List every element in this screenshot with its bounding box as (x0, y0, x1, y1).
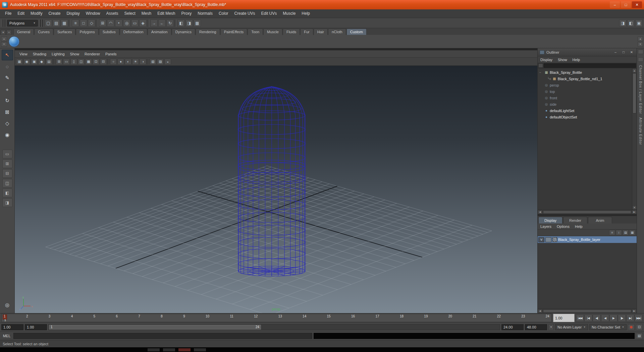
shelf-tab[interactable]: Dynamics (172, 29, 195, 35)
scroll-right-icon[interactable]: ▶ (632, 210, 637, 214)
taskbar-item[interactable] (148, 348, 160, 351)
shelf-tab[interactable]: Deformation (120, 29, 147, 35)
bookmark-view-icon[interactable]: ◆ (38, 59, 45, 65)
shelf-item-custom-script[interactable] (9, 36, 19, 47)
grid-display-icon[interactable]: ⊞ (56, 59, 62, 65)
anim-layer-dropdown[interactable]: No Anim Layer ▼ (555, 324, 588, 330)
new-scene-icon[interactable]: ▢ (45, 19, 52, 27)
step-forward-frame-button[interactable]: ▶| (626, 314, 634, 322)
status-line-drag-handle[interactable] (40, 19, 43, 27)
shelf-tab[interactable]: PaintEffects (220, 29, 248, 35)
menu-item[interactable]: Help (299, 9, 313, 18)
wireframe-display-icon[interactable]: ○ (110, 59, 117, 65)
tab-channel-box-layer-editor[interactable]: Channel Box / Layer Editor (639, 65, 642, 114)
menu-item[interactable]: Mesh (139, 9, 154, 18)
soft-modification-tool[interactable]: ◉ (2, 130, 13, 140)
scrollbar-thumb[interactable] (633, 73, 636, 113)
menu-item[interactable]: Create UVs (231, 9, 258, 18)
viewport-menu-item[interactable]: Panels (103, 52, 119, 56)
viewport-menu-item[interactable]: Renderer (82, 52, 103, 56)
universal-manipulator-tool[interactable]: ◇ (2, 118, 13, 129)
layout-two-pane-stacked-button[interactable]: ⊟ (2, 169, 12, 178)
layer-display-type-toggle[interactable] (545, 237, 551, 242)
outliner-filter-input[interactable] (544, 63, 636, 68)
go-to-end-button[interactable]: ▶▶| (635, 314, 643, 322)
menu-item[interactable]: Select (121, 9, 138, 18)
select-tool[interactable]: ↖ (2, 50, 13, 60)
xray-display-icon[interactable]: ▨ (157, 59, 164, 65)
outliner-minimize-button[interactable]: – (612, 50, 619, 54)
menu-item[interactable]: Modify (28, 9, 45, 18)
menu-item[interactable]: File (2, 9, 14, 18)
isolate-select-icon[interactable]: ▧ (150, 59, 156, 65)
move-tool[interactable]: + (2, 84, 13, 95)
outliner-menu-item[interactable]: Help (570, 58, 583, 62)
time-slider-track[interactable]: 123456789101112131415161718192021222324 … (1, 314, 552, 322)
command-line-mode-label[interactable]: MEL (1, 334, 12, 338)
layer-editor-menu-item[interactable]: Help (572, 224, 585, 229)
status-icon[interactable] (69, 19, 71, 27)
snap-to-points-icon[interactable]: • (115, 19, 122, 27)
input-connections-icon[interactable]: → (150, 19, 158, 27)
toggle-attribute-editor-icon[interactable]: ◨ (619, 19, 627, 27)
shelf-tab[interactable]: Fluids (283, 29, 300, 35)
textured-display-icon[interactable]: ◐ (125, 59, 131, 65)
gate-mask-icon[interactable]: ◫ (78, 59, 85, 65)
outliner-titlebar[interactable]: Outliner – □ ✕ (538, 48, 637, 56)
resolution-gate-icon[interactable]: ▯ (70, 59, 77, 65)
scroll-down-icon[interactable]: ▼ (632, 205, 637, 210)
menu-item[interactable]: Assets (103, 9, 121, 18)
menu-item[interactable]: Muscle (280, 9, 299, 18)
viewport-3d[interactable]: x y z persp (15, 66, 537, 313)
layer-editor-tab[interactable]: Anim (588, 217, 612, 223)
outliner-item[interactable]: ● defaultLightSet (538, 107, 632, 114)
toolbox-extra-icon[interactable]: ◎ (2, 300, 13, 310)
toggle-tool-settings-icon[interactable]: ◧ (627, 19, 635, 27)
shelf-tab[interactable]: nCloth (328, 29, 346, 35)
raise-channel-box-icon[interactable] (638, 50, 643, 54)
taskbar-item[interactable] (163, 348, 175, 351)
image-plane-icon[interactable]: ▤ (46, 59, 52, 65)
outliner-item[interactable]: ◎ top (538, 88, 632, 95)
shelf-tab[interactable]: Animation (148, 29, 171, 35)
shelf-tab[interactable]: Surfaces (54, 29, 75, 35)
outliner-menu-item[interactable]: Display (538, 58, 555, 62)
shelf-tab[interactable]: Polygons (76, 29, 98, 35)
render-settings-icon[interactable]: ▩ (194, 19, 201, 27)
layout-two-pane-side-button[interactable]: ◫ (2, 179, 12, 188)
layer-visibility-toggle[interactable]: V (538, 237, 544, 242)
layout-persp-outliner-button[interactable]: ◧ (2, 189, 12, 197)
menu-item[interactable]: Normals (195, 9, 216, 18)
viewport-icon[interactable] (53, 59, 55, 65)
lock-camera-icon[interactable]: ◉ (23, 59, 30, 65)
create-empty-layer-icon[interactable]: ▤ (623, 230, 629, 235)
range-slider-track[interactable]: 1 24 (48, 324, 500, 330)
menu-item[interactable]: Edit UVs (258, 9, 280, 18)
layout-persp-graph-button[interactable]: ◨ (2, 198, 12, 207)
select-by-component-icon[interactable]: ◇ (88, 19, 95, 27)
layer-horizontal-scrollbar[interactable]: ◀ ▶ (538, 309, 637, 313)
outliner-item[interactable]: ◎ front (538, 95, 632, 101)
shelf-menu-icon[interactable]: ▼ (1, 30, 6, 35)
create-layer-from-selected-icon[interactable]: ▦ (629, 230, 635, 235)
shelf-scroll-up-icon[interactable]: ▲ (638, 37, 643, 41)
lasso-select-tool[interactable]: ◌ (2, 61, 13, 72)
playback-start-field[interactable]: 1.00 (25, 324, 47, 330)
smooth-shade-display-icon[interactable]: ● (117, 59, 124, 65)
open-scene-icon[interactable]: ▤ (53, 19, 60, 27)
film-gate-icon[interactable]: ▭ (63, 59, 70, 65)
outliner-item[interactable]: ◎ persp (538, 82, 632, 88)
viewport-icon[interactable] (107, 59, 109, 65)
play-backwards-button[interactable]: ◀ (601, 314, 609, 322)
snap-to-view-planes-icon[interactable]: ▭ (131, 19, 139, 27)
field-chart-icon[interactable]: ▩ (85, 59, 92, 65)
layout-single-pane-button[interactable]: ▭ (2, 150, 12, 158)
render-current-frame-icon[interactable]: ◧ (177, 19, 185, 27)
layer-row[interactable]: V Black_Spray_Bottle_layer (538, 236, 637, 243)
layer-editor-menu-item[interactable]: Layers (538, 224, 554, 229)
ipr-render-icon[interactable]: ◨ (185, 19, 193, 27)
taskbar-item[interactable] (194, 348, 206, 351)
wireframe-on-shaded-icon[interactable]: ◒ (164, 59, 171, 65)
snap-to-projected-center-icon[interactable]: ◎ (123, 19, 130, 27)
outliner-item[interactable]: − ▦ Black_Spray_Bottle (538, 69, 632, 76)
